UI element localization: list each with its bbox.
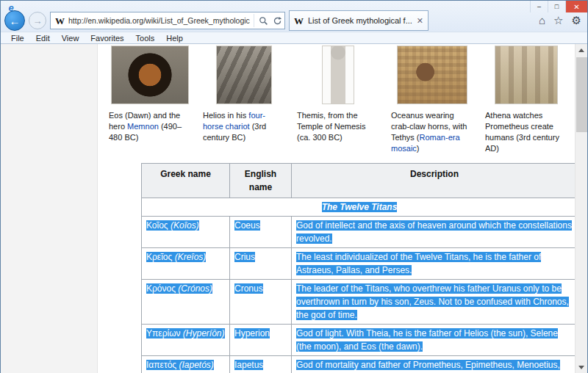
english-name: Cronus [234, 283, 263, 294]
table-header-row: Greek name English name Description [142, 164, 576, 198]
thumbnail-themis-statue[interactable] [322, 46, 354, 104]
description-text: The leader of the Titans, who overthrew … [296, 283, 569, 320]
description-text: The least individualized of the Twelve T… [296, 252, 541, 275]
browser-window: e – □ ✕ ← → W http://en.wikipedia.org/wi… [0, 0, 588, 373]
forward-button[interactable]: → [29, 12, 46, 29]
minimize-button[interactable]: – [530, 1, 548, 12]
gallery-figure: Themis, from the Temple of Nemesis (ca. … [297, 46, 379, 153]
titans-table: Greek name English name Description The … [141, 163, 575, 373]
thumbnail-helios-relief[interactable] [216, 46, 272, 104]
tab-favicon: W [294, 16, 304, 26]
back-button[interactable]: ← [4, 10, 25, 31]
thumbnail-eos-memnon-kylix[interactable] [111, 46, 189, 104]
menu-view[interactable]: View [56, 34, 85, 43]
greek-transliteration: (Koîos) [171, 220, 199, 231]
english-name: Crius [234, 252, 255, 262]
gallery-figure: Eos (Dawn) and the hero Memnon (490–480 … [109, 46, 191, 153]
image-caption: Themis, from the Temple of Nemesis (ca. … [297, 110, 379, 143]
image-caption: Oceanus wearing crab-claw horns, with Te… [391, 110, 473, 153]
settings-gear-icon[interactable]: ⚙ [572, 13, 581, 28]
page-viewport: Eos (Dawn) and the hero Memnon (490–480 … [1, 43, 587, 373]
gallery-figure: Helios in his four-horse chariot (3rd ce… [203, 46, 285, 153]
url-text[interactable]: http://en.wikipedia.org/wiki/List_of_Gre… [68, 16, 250, 25]
caption-text: Helios in his [203, 111, 248, 120]
english-name: Iapetus [234, 360, 263, 370]
window-controls: – □ ✕ [530, 1, 587, 12]
scroll-up-arrow-icon [578, 48, 584, 52]
caption-text: Athena watches Prometheus create humans … [485, 111, 559, 153]
scroll-down-button[interactable] [576, 361, 587, 373]
gallery-figure: Oceanus wearing crab-claw horns, with Te… [391, 46, 473, 153]
caption-text: ) [417, 144, 420, 153]
article-content: Eos (Dawn) and the hero Memnon (490–480 … [98, 44, 575, 373]
thumbnail-athena-prometheus-relief[interactable] [495, 46, 558, 104]
column-header-description: Description [292, 164, 576, 198]
site-favicon: W [55, 16, 65, 26]
greek-name-link[interactable]: Κοῖος [146, 220, 168, 231]
menu-help[interactable]: Help [160, 34, 189, 43]
description-text: God of mortality and father of Prometheu… [296, 360, 560, 373]
table-row: Κρόνος (Crónos) Cronus The leader of the… [142, 280, 576, 325]
image-caption: Eos (Dawn) and the hero Memnon (490–480 … [109, 110, 191, 143]
greek-name-link[interactable]: Κρεῖος [146, 252, 172, 262]
scroll-down-arrow-icon [578, 366, 584, 369]
address-bar-icons [254, 14, 282, 27]
greek-name-link[interactable]: Κρόνος [146, 283, 176, 294]
tab-close-icon[interactable]: ✕ [417, 16, 423, 26]
sidebar-gutter [1, 44, 98, 373]
caption-text: Themis, from the Temple of Nemesis (ca. … [297, 111, 366, 142]
menu-tools[interactable]: Tools [130, 34, 161, 43]
table-row: Ιαπετός (Iapetós) Iapetus God of mortali… [142, 356, 576, 373]
menu-bar: File Edit View Favorites Tools Help [1, 32, 587, 43]
browser-chrome: e – □ ✕ ← → W http://en.wikipedia.org/wi… [1, 1, 587, 32]
english-name: Coeus [234, 220, 260, 231]
close-button[interactable]: ✕ [565, 1, 587, 12]
gallery-figure: Athena watches Prometheus create humans … [485, 46, 567, 153]
maximize-button[interactable]: □ [548, 1, 565, 12]
greek-transliteration: (Iapetós) [179, 360, 213, 370]
caption-link[interactable]: Memnon [127, 122, 159, 131]
menu-file[interactable]: File [5, 34, 30, 43]
search-icon[interactable] [259, 16, 268, 26]
english-name: Hyperion [234, 328, 270, 338]
section-title: The Twelve Titans [322, 202, 398, 212]
table-row: Κοῖος (Koîos) Coeus God of intellect and… [142, 217, 576, 248]
image-caption: Helios in his four-horse chariot (3rd ce… [203, 110, 285, 143]
toolbar-icons: ⌂ ☆ ⚙ [539, 13, 581, 28]
greek-name-link[interactable]: Υπερίων [146, 328, 181, 338]
section-header-row: The Twelve Titans [142, 198, 576, 217]
table-row: Υπερίων (Hyperíōn) Hyperion God of light… [142, 325, 576, 356]
scroll-up-button[interactable] [576, 44, 587, 57]
favorites-star-icon[interactable]: ☆ [553, 13, 563, 28]
scrollbar-thumb[interactable] [576, 57, 587, 132]
address-bar[interactable]: W http://en.wikipedia.org/wiki/List_of_G… [50, 12, 285, 29]
tab-title: List of Greek mythological f... [308, 16, 412, 25]
vertical-scrollbar[interactable] [575, 44, 587, 373]
image-gallery: Eos (Dawn) and the hero Memnon (490–480 … [98, 44, 575, 153]
menu-edit[interactable]: Edit [30, 34, 56, 43]
menu-favorites[interactable]: Favorites [85, 34, 129, 43]
greek-transliteration: (Kreîos) [175, 252, 207, 262]
home-icon[interactable]: ⌂ [539, 13, 545, 28]
description-text: God of light. With Theia, he is the fath… [296, 328, 558, 352]
greek-transliteration: (Crónos) [178, 283, 212, 294]
thumbnail-oceanus-mosaic[interactable] [397, 46, 467, 104]
image-caption: Athena watches Prometheus create humans … [485, 110, 567, 153]
column-header-english-name: English name [230, 164, 292, 198]
navigation-row: ← → W http://en.wikipedia.org/wiki/List_… [4, 10, 429, 31]
column-header-greek-name: Greek name [142, 164, 230, 198]
description-text: God of intellect and the axis of heaven … [296, 220, 572, 244]
greek-transliteration: (Hyperíōn) [183, 328, 225, 338]
greek-name-link[interactable]: Ιαπετός [146, 360, 176, 370]
browser-tab[interactable]: W List of Greek mythological f... ✕ [289, 10, 429, 31]
table-row: Κρεῖος (Kreîos) Crius The least individu… [142, 248, 576, 280]
refresh-icon[interactable] [273, 16, 282, 26]
wikipedia-page: Eos (Dawn) and the hero Memnon (490–480 … [1, 44, 575, 373]
